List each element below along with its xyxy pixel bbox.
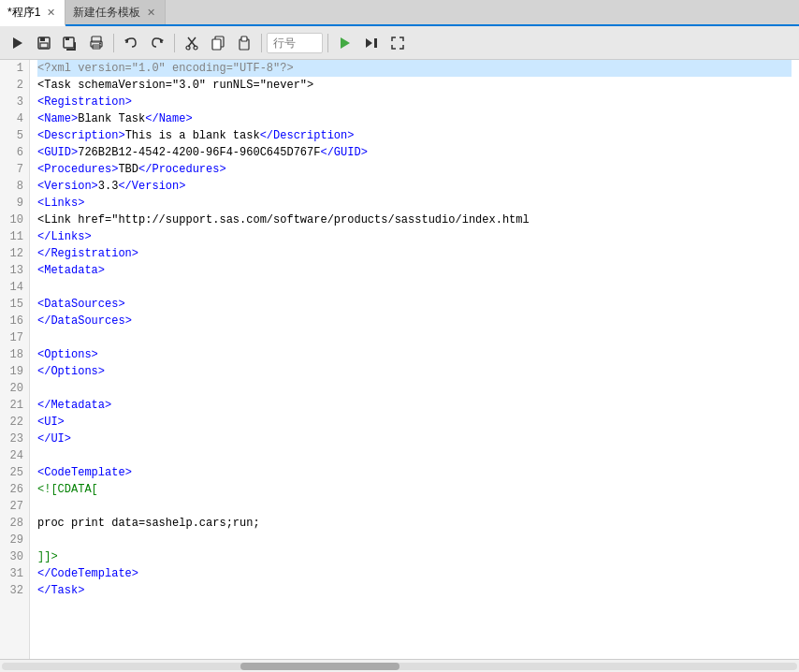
sep1 xyxy=(113,34,114,52)
svg-rect-19 xyxy=(212,39,221,50)
step-icon[interactable] xyxy=(359,31,384,55)
code-line[interactable]: ]]> xyxy=(37,548,792,565)
code-line[interactable]: <Metadata> xyxy=(37,262,792,279)
cut-icon[interactable] xyxy=(180,31,204,55)
svg-rect-7 xyxy=(74,42,76,49)
copy-icon[interactable] xyxy=(206,31,230,55)
sep2 xyxy=(174,34,175,52)
tab-bar: *程序1 ✕ 新建任务模板 ✕ xyxy=(0,0,799,26)
code-line[interactable]: <Description>This is a blank task</Descr… xyxy=(37,127,792,144)
code-line[interactable]: </DataSources> xyxy=(37,313,792,329)
save-as-icon[interactable] xyxy=(58,31,82,55)
code-container[interactable]: 1234567891011121314151617181920212223242… xyxy=(0,60,799,659)
svg-rect-6 xyxy=(66,49,76,51)
code-line[interactable]: <Options> xyxy=(37,346,792,363)
svg-point-11 xyxy=(99,42,101,44)
code-lines[interactable]: <?xml version="1.0" encoding="UTF-8"?><T… xyxy=(30,60,799,659)
code-line[interactable]: </CodeTemplate> xyxy=(37,565,792,582)
hscroll-track[interactable] xyxy=(2,663,797,670)
code-line[interactable] xyxy=(37,279,792,296)
run-icon[interactable] xyxy=(6,31,30,55)
code-line[interactable]: <Task schemaVersion="3.0" runNLS="never"… xyxy=(37,77,792,94)
sep3 xyxy=(261,34,262,52)
svg-rect-5 xyxy=(65,37,69,40)
sep4 xyxy=(327,34,328,52)
code-line[interactable]: <Version>3.3</Version> xyxy=(37,178,792,195)
svg-point-17 xyxy=(194,46,197,50)
redo-icon[interactable] xyxy=(145,31,169,55)
tab-new-task[interactable]: 新建任务模板 ✕ xyxy=(65,0,166,24)
code-line[interactable]: </Metadata> xyxy=(37,397,792,414)
svg-marker-23 xyxy=(366,38,372,48)
fullscreen-icon[interactable] xyxy=(385,31,410,55)
code-line[interactable]: <Links> xyxy=(37,195,792,212)
tab-program1[interactable]: *程序1 ✕ xyxy=(0,0,65,26)
tab-new-task-close[interactable]: ✕ xyxy=(145,6,157,20)
code-line[interactable]: <Registration> xyxy=(37,94,792,110)
code-line[interactable] xyxy=(37,380,792,397)
code-line[interactable]: </UI> xyxy=(37,431,792,447)
tab-program1-label: *程序1 xyxy=(7,5,40,21)
code-line[interactable] xyxy=(37,498,792,515)
code-line[interactable]: <Procedures>TBD</Procedures> xyxy=(37,161,792,178)
horizontal-scrollbar[interactable] xyxy=(0,659,799,672)
code-line[interactable]: </Links> xyxy=(37,228,792,245)
hscroll-thumb[interactable] xyxy=(240,663,400,670)
svg-point-16 xyxy=(186,46,190,50)
code-line[interactable]: <CodeTemplate> xyxy=(37,464,792,481)
execute-icon[interactable] xyxy=(333,31,357,55)
svg-marker-22 xyxy=(341,37,350,49)
paste-icon[interactable] xyxy=(232,31,256,55)
editor-area: 1234567891011121314151617181920212223242… xyxy=(0,60,799,672)
code-line[interactable]: </Options> xyxy=(37,363,792,380)
toolbar xyxy=(0,26,799,60)
code-line[interactable]: <![CDATA[ xyxy=(37,481,792,498)
code-line[interactable]: </Task> xyxy=(37,582,792,599)
code-line[interactable]: <UI> xyxy=(37,414,792,431)
save-icon[interactable] xyxy=(32,31,56,55)
svg-rect-2 xyxy=(40,37,45,41)
code-line[interactable] xyxy=(37,532,792,548)
code-line[interactable]: <Link href="http://support.sas.com/softw… xyxy=(37,212,792,228)
svg-rect-21 xyxy=(241,37,247,41)
line-number-input[interactable] xyxy=(267,33,323,53)
code-line[interactable] xyxy=(37,447,792,464)
code-line[interactable]: <GUID>726B2B12-4542-4200-96F4-960C645D76… xyxy=(37,144,792,161)
tab-program1-close[interactable]: ✕ xyxy=(45,6,57,20)
svg-rect-3 xyxy=(40,43,48,48)
code-line[interactable]: <DataSources> xyxy=(37,296,792,313)
line-numbers: 1234567891011121314151617181920212223242… xyxy=(0,60,30,659)
svg-marker-0 xyxy=(13,37,22,49)
code-line[interactable]: proc print data=sashelp.cars;run; xyxy=(37,515,792,532)
undo-icon[interactable] xyxy=(119,31,143,55)
print-icon[interactable] xyxy=(84,31,109,55)
code-line[interactable] xyxy=(37,329,792,346)
code-line[interactable]: <?xml version="1.0" encoding="UTF-8"?> xyxy=(37,60,792,77)
code-line[interactable]: </Registration> xyxy=(37,245,792,262)
code-line[interactable]: <Name>Blank Task</Name> xyxy=(37,110,792,127)
tab-new-task-label: 新建任务模板 xyxy=(73,5,140,21)
svg-rect-24 xyxy=(374,38,377,48)
